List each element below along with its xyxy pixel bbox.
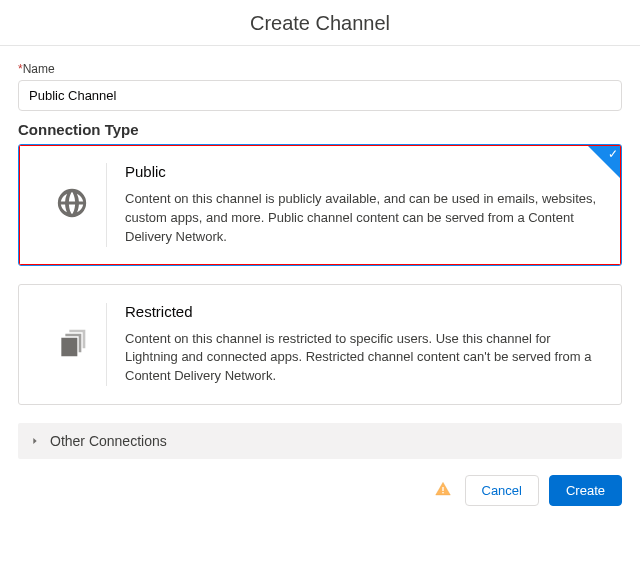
name-label-text: Name (23, 62, 55, 76)
cancel-button[interactable]: Cancel (465, 475, 539, 506)
name-input[interactable] (18, 80, 622, 111)
connection-option-restricted[interactable]: Restricted Content on this channel is re… (18, 284, 622, 406)
svg-rect-0 (442, 487, 443, 491)
dialog-body: *Name Connection Type ✓ Public Content o… (0, 62, 640, 459)
public-description: Content on this channel is publicly avai… (125, 190, 603, 247)
restricted-icon-col (37, 303, 107, 387)
public-text: Public Content on this channel is public… (125, 163, 603, 247)
globe-icon (55, 186, 89, 223)
name-label: *Name (18, 62, 622, 76)
other-connections-accordion[interactable]: Other Connections (18, 423, 622, 459)
create-button[interactable]: Create (549, 475, 622, 506)
restricted-title: Restricted (125, 303, 603, 320)
check-icon: ✓ (608, 148, 618, 160)
connection-option-public[interactable]: ✓ Public Content on this channel is publ… (18, 144, 622, 266)
other-connections-label: Other Connections (50, 433, 167, 449)
connection-type-title: Connection Type (18, 121, 622, 138)
svg-rect-1 (442, 492, 443, 493)
files-icon (56, 327, 88, 362)
public-title: Public (125, 163, 603, 180)
restricted-description: Content on this channel is restricted to… (125, 330, 603, 387)
restricted-text: Restricted Content on this channel is re… (125, 303, 603, 387)
warning-icon (435, 481, 451, 500)
chevron-right-icon (30, 433, 40, 449)
public-icon-col (37, 163, 107, 247)
dialog-title: Create Channel (0, 0, 640, 46)
dialog-footer: Cancel Create (0, 459, 640, 514)
